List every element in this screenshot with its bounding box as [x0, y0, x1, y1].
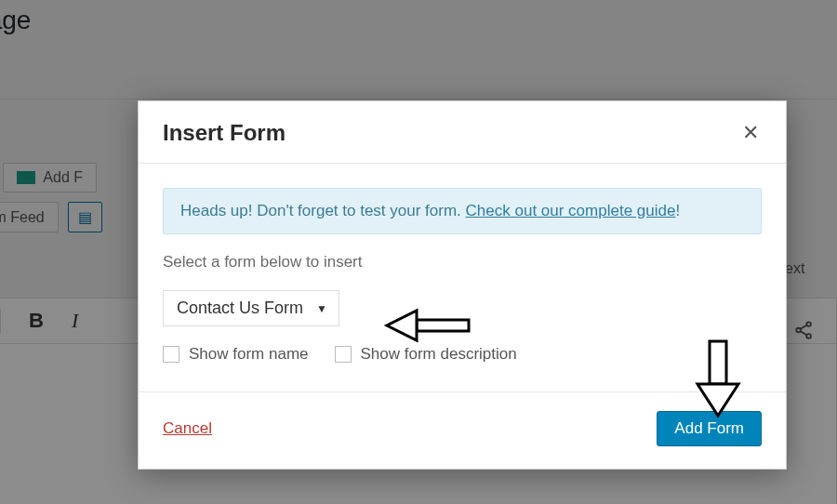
form-select-value: Contact Us Form: [177, 298, 303, 318]
chevron-down-icon: ▼: [316, 302, 327, 315]
svg-marker-8: [698, 384, 738, 416]
close-icon[interactable]: ✕: [739, 123, 762, 143]
checkbox-box: [335, 346, 352, 363]
italic-button[interactable]: I: [72, 309, 78, 333]
secondary-button[interactable]: ▤: [68, 202, 102, 232]
instagram-label: tagram Feed: [0, 209, 45, 226]
show-name-label: Show form name: [189, 345, 309, 364]
options-row: Show form name Show form description: [163, 345, 762, 364]
add-form-button[interactable]: Add F: [3, 163, 97, 192]
show-desc-label: Show form description: [361, 345, 517, 364]
svg-marker-6: [387, 311, 417, 340]
info-notice: Heads up! Don't forget to test your form…: [163, 188, 762, 234]
notice-text-suffix: !: [675, 202, 680, 219]
annotation-arrow-left: [381, 305, 474, 346]
svg-rect-7: [710, 341, 726, 384]
instruction-text: Select a form below to insert: [163, 253, 762, 272]
share-icon[interactable]: [794, 320, 815, 346]
show-name-checkbox[interactable]: Show form name: [163, 345, 309, 364]
modal-body: Heads up! Don't forget to test your form…: [139, 164, 786, 391]
modal-footer: Cancel Add Form: [139, 391, 786, 469]
modal-header: Insert Form ✕: [139, 101, 786, 164]
format-dropdown[interactable]: ▾: [0, 309, 1, 333]
svg-rect-5: [417, 320, 469, 331]
bold-button[interactable]: B: [29, 309, 44, 333]
divider: [0, 99, 837, 99]
checkbox-box: [163, 346, 179, 363]
post-title: t Us: [0, 61, 837, 91]
add-form-label: Add F: [43, 169, 83, 186]
text-tab[interactable]: ext: [785, 260, 804, 277]
svg-line-4: [800, 331, 806, 336]
page-heading: w Page: [0, 0, 837, 35]
form-select-dropdown[interactable]: Contact Us Form ▼: [163, 290, 339, 326]
annotation-arrow-down: [690, 338, 746, 421]
notice-text-prefix: Heads up! Don't forget to test your form…: [180, 202, 466, 219]
modal-title: Insert Form: [163, 120, 286, 146]
editor-tabs: ext: [785, 260, 837, 346]
cancel-button[interactable]: Cancel: [163, 419, 212, 438]
show-description-checkbox[interactable]: Show form description: [335, 345, 517, 364]
doc-icon: ▤: [78, 208, 92, 226]
notice-link[interactable]: Check out our complete guide: [466, 202, 676, 219]
form-icon: [17, 171, 35, 184]
svg-line-3: [800, 325, 806, 330]
instagram-feed-button[interactable]: tagram Feed: [0, 202, 59, 232]
